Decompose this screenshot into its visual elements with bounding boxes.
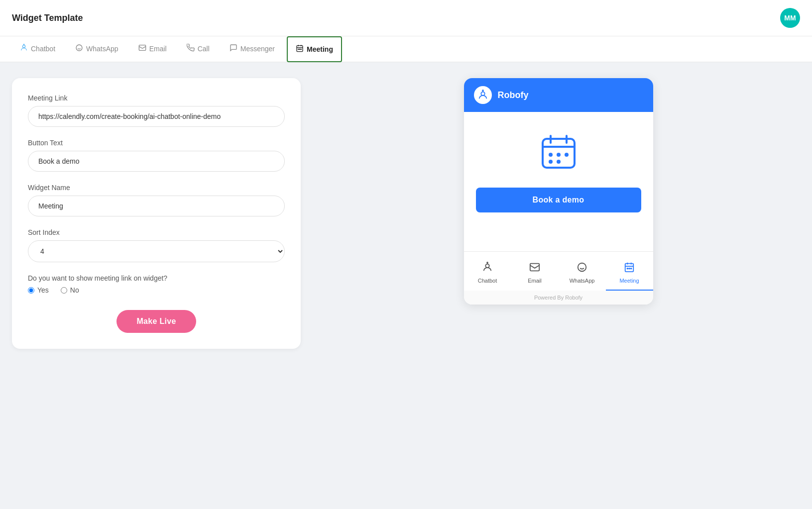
- meeting-link-label: Meeting Link: [28, 94, 285, 102]
- svg-point-21: [557, 153, 561, 157]
- header: Widget Template MM: [0, 0, 812, 36]
- svg-point-25: [485, 264, 489, 268]
- widget-preview: Robofy Book a demo: [464, 78, 653, 305]
- svg-point-38: [631, 268, 632, 269]
- tab-messenger-label: Messenger: [240, 45, 275, 53]
- sort-index-label: Sort Index: [28, 228, 285, 236]
- svg-point-2: [76, 45, 82, 51]
- svg-rect-5: [139, 45, 145, 50]
- tab-whatsapp[interactable]: WhatsApp: [67, 37, 126, 62]
- widget-meeting-icon: [624, 262, 635, 276]
- call-icon: [187, 44, 195, 54]
- tab-call-label: Call: [198, 45, 210, 53]
- widget-name-label: Widget Name: [28, 184, 285, 192]
- button-text-group: Button Text: [28, 139, 285, 172]
- tab-meeting-label: Meeting: [307, 45, 333, 53]
- meeting-icon: [296, 44, 304, 54]
- tab-messenger[interactable]: Messenger: [222, 37, 283, 62]
- meeting-link-group: Meeting Link: [28, 94, 285, 127]
- radio-group: Yes No: [28, 286, 285, 294]
- svg-point-0: [22, 45, 25, 47]
- svg-point-36: [627, 268, 628, 269]
- widget-preview-header: Robofy: [464, 78, 653, 112]
- widget-name-group: Widget Name: [28, 184, 285, 216]
- tab-meeting[interactable]: Meeting: [287, 36, 342, 62]
- tab-chatbot[interactable]: Chatbot: [12, 37, 63, 62]
- widget-name-input[interactable]: [28, 196, 285, 216]
- calendar-large-icon: [539, 132, 579, 172]
- widget-tab-email[interactable]: Email: [511, 258, 559, 291]
- tab-whatsapp-label: WhatsApp: [86, 45, 118, 53]
- widget-chatbot-icon: [482, 262, 493, 276]
- widget-email-icon: [529, 262, 540, 276]
- make-live-button[interactable]: Make Live: [116, 310, 196, 333]
- show-meeting-group: Do you want to show meeting link on widg…: [28, 274, 285, 294]
- sort-index-select[interactable]: 1 2 3 4 5: [28, 240, 285, 262]
- svg-point-23: [549, 160, 553, 164]
- book-demo-button[interactable]: Book a demo: [476, 188, 641, 212]
- avatar[interactable]: MM: [780, 8, 800, 28]
- svg-point-10: [298, 49, 299, 49]
- svg-point-22: [565, 153, 569, 157]
- tab-chatbot-label: Chatbot: [31, 45, 55, 53]
- main-content: Meeting Link Button Text Widget Name Sor…: [0, 62, 812, 365]
- svg-rect-28: [530, 264, 539, 271]
- sort-index-group: Sort Index 1 2 3 4 5: [28, 228, 285, 262]
- radio-yes-label[interactable]: Yes: [28, 286, 49, 294]
- svg-point-37: [629, 268, 630, 269]
- svg-point-29: [578, 263, 586, 272]
- email-icon: [138, 44, 146, 54]
- svg-rect-6: [297, 46, 303, 52]
- widget-tab-whatsapp[interactable]: WhatsApp: [559, 258, 606, 291]
- widget-tab-whatsapp-label: WhatsApp: [570, 278, 595, 284]
- meeting-link-input[interactable]: [28, 106, 285, 127]
- radio-no[interactable]: [61, 287, 67, 294]
- widget-body: Book a demo: [464, 112, 653, 251]
- widget-title: Robofy: [498, 90, 529, 101]
- svg-point-12: [301, 49, 301, 49]
- svg-point-1: [23, 44, 24, 44]
- widget-tab-chatbot[interactable]: Chatbot: [464, 258, 511, 291]
- radio-no-label[interactable]: No: [61, 286, 79, 294]
- tabs-bar: Chatbot WhatsApp Email: [0, 36, 812, 62]
- svg-point-13: [481, 92, 484, 96]
- form-card: Meeting Link Button Text Widget Name Sor…: [12, 78, 301, 349]
- svg-point-11: [299, 49, 300, 49]
- widget-tab-email-label: Email: [528, 278, 542, 284]
- widget-robot-icon: [474, 86, 492, 104]
- radio-yes[interactable]: [28, 287, 34, 294]
- show-meeting-label: Do you want to show meeting link on widg…: [28, 274, 285, 282]
- widget-tab-meeting[interactable]: Meeting: [606, 258, 653, 291]
- button-text-input[interactable]: [28, 151, 285, 172]
- tab-call[interactable]: Call: [179, 37, 218, 62]
- widget-footer: Powered By Robofy: [464, 291, 653, 305]
- whatsapp-icon: [75, 44, 83, 54]
- svg-point-24: [557, 160, 561, 164]
- widget-tab-meeting-label: Meeting: [619, 278, 639, 284]
- preview-area: Robofy Book a demo: [317, 78, 800, 305]
- button-text-label: Button Text: [28, 139, 285, 147]
- svg-point-15: [482, 90, 483, 91]
- chatbot-icon: [20, 44, 28, 54]
- tab-email[interactable]: Email: [130, 37, 175, 62]
- widget-whatsapp-icon: [577, 262, 587, 276]
- widget-tab-chatbot-label: Chatbot: [478, 278, 497, 284]
- messenger-icon: [230, 44, 237, 54]
- widget-tabs: Chatbot Email: [464, 251, 653, 291]
- page-title: Widget Template: [12, 13, 83, 23]
- svg-point-20: [549, 153, 553, 157]
- svg-point-27: [487, 262, 488, 263]
- tab-email-label: Email: [149, 45, 167, 53]
